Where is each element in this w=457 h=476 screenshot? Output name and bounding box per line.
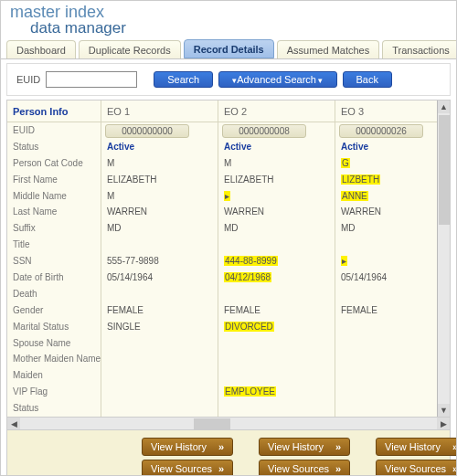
cell-suffix: MD	[335, 220, 437, 237]
label-mother: Mother Maiden Name	[7, 351, 101, 367]
cell-suffix: MD	[218, 220, 335, 237]
field-labels-column: Person Info EUID Status Person Cat Code …	[7, 100, 101, 417]
cell-dob: 04/12/1968	[218, 270, 335, 286]
cell-title	[101, 237, 218, 253]
view-sources-button-eo2[interactable]: View Sources	[259, 460, 350, 476]
view-history-button-eo2[interactable]: View History	[259, 438, 350, 456]
label-gender: Gender	[7, 302, 101, 319]
cell-gender: FEMALE	[335, 302, 437, 319]
advanced-search-button[interactable]: Advanced Search	[218, 71, 336, 88]
search-button[interactable]: Search	[154, 71, 213, 88]
cell-euid: 0000000000	[101, 122, 218, 139]
cell-marital: SINGLE	[101, 319, 218, 335]
cell-marital	[335, 319, 437, 335]
scroll-down-icon[interactable]: ▼	[438, 404, 450, 417]
view-sources-button-eo3[interactable]: View Sources	[376, 460, 457, 476]
cell-cat: G	[335, 155, 437, 172]
label-last: Last Name	[7, 204, 101, 220]
hscroll-thumb[interactable]	[194, 418, 230, 429]
cell-marital: DIVORCED	[218, 319, 335, 335]
label-marital: Marital Status	[7, 319, 101, 335]
cell-dob: 05/14/1964	[101, 270, 218, 286]
cell-middle: ▸	[218, 188, 335, 205]
euid-button[interactable]: 0000000008	[222, 124, 306, 138]
cell-gender: FEMALE	[101, 302, 218, 319]
view-sources-button-eo1[interactable]: View Sources	[142, 460, 233, 476]
cell-gender: FEMALE	[218, 302, 335, 319]
eo-column-2: EO 20000000008ActiveMELIZABETH▸WARRENMD4…	[218, 100, 335, 417]
euid-input[interactable]	[46, 71, 137, 88]
cell-cat: M	[101, 155, 218, 172]
cell-maiden	[101, 367, 218, 384]
cell-last: WARREN	[335, 204, 437, 220]
cell-mother	[335, 351, 437, 367]
label-death: Death	[7, 286, 101, 302]
eo-column-1: EO 10000000000ActiveMELIZABETHMWARRENMD5…	[101, 100, 218, 417]
cell-euid: 0000000026	[335, 122, 437, 139]
cell-rstatus	[335, 400, 437, 417]
tab-record-details[interactable]: Record Details	[184, 39, 274, 58]
cell-spouse	[101, 335, 218, 352]
euid-button[interactable]: 0000000026	[339, 124, 423, 138]
scroll-left-icon[interactable]: ◀	[7, 418, 20, 429]
label-maiden: Maiden	[7, 367, 101, 384]
cell-spouse	[335, 335, 437, 352]
eo-header: EO 1	[101, 100, 218, 122]
euid-label: EUID	[16, 74, 40, 85]
label-vip: VIP Flag	[7, 384, 101, 400]
scroll-right-icon[interactable]: ▶	[437, 418, 450, 429]
eo-header: EO 3	[335, 100, 437, 122]
horizontal-scrollbar[interactable]: ◀ ▶	[6, 418, 451, 430]
cell-middle: M	[101, 188, 218, 205]
cell-first: LIZBETH	[335, 172, 437, 188]
cell-mother	[218, 351, 335, 367]
scroll-thumb[interactable]	[439, 115, 450, 225]
label-first: First Name	[7, 172, 101, 188]
cell-status: Active	[101, 139, 218, 155]
cell-spouse	[218, 335, 335, 352]
label-status: Status	[7, 139, 101, 155]
scroll-up-icon[interactable]: ▲	[438, 100, 450, 113]
logo-line2: data manager	[30, 20, 451, 36]
label-middle: Middle Name	[7, 188, 101, 205]
cell-last: WARREN	[101, 204, 218, 220]
view-history-button-eo1[interactable]: View History	[142, 438, 233, 456]
euid-button[interactable]: 0000000000	[105, 124, 189, 138]
label-dob: Date of Birth	[7, 270, 101, 286]
eo-column-3: EO 30000000026ActiveGLIZBETHANNEWARRENMD…	[335, 100, 437, 417]
cell-last: WARREN	[218, 204, 335, 220]
person-info-header: Person Info	[7, 100, 101, 122]
cell-suffix: MD	[101, 220, 218, 237]
cell-first: ELIZABETH	[101, 172, 218, 188]
back-button[interactable]: Back	[343, 71, 392, 88]
cell-first: ELIZABETH	[218, 172, 335, 188]
tab-duplicate-records[interactable]: Duplicate Records	[79, 40, 181, 58]
tab-transactions[interactable]: Transactions	[382, 40, 457, 58]
label-suffix: Suffix	[7, 220, 101, 237]
search-bar: EUID Search Advanced Search Back	[6, 63, 451, 96]
tab-dashboard[interactable]: Dashboard	[6, 40, 76, 58]
cell-death	[335, 286, 437, 302]
cell-maiden	[218, 367, 335, 384]
cell-rstatus	[101, 400, 218, 417]
label-euid: EUID	[7, 122, 101, 139]
cell-death	[101, 286, 218, 302]
view-history-button-eo3[interactable]: View History	[376, 438, 457, 456]
cell-vip	[335, 384, 437, 400]
cell-maiden	[335, 367, 437, 384]
cell-ssn: 555-77-9898	[101, 253, 218, 270]
cell-vip: EMPLOYEE	[218, 384, 335, 400]
eo-header: EO 2	[218, 100, 335, 122]
cell-dob: 05/14/1964	[335, 270, 437, 286]
cell-euid: 0000000008	[218, 122, 335, 139]
cell-ssn: 444-88-8999	[218, 253, 335, 270]
vertical-scrollbar[interactable]: ▲ ▼	[437, 100, 450, 417]
label-cat: Person Cat Code	[7, 155, 101, 172]
main-tabs: Dashboard Duplicate Records Record Detai…	[1, 39, 456, 59]
label-spouse: Spouse Name	[7, 335, 101, 352]
label-rstatus: Status	[7, 400, 101, 417]
cell-title	[218, 237, 335, 253]
tab-assumed-matches[interactable]: Assumed Matches	[277, 40, 379, 58]
cell-middle: ANNE	[335, 188, 437, 205]
cell-rstatus	[218, 400, 335, 417]
